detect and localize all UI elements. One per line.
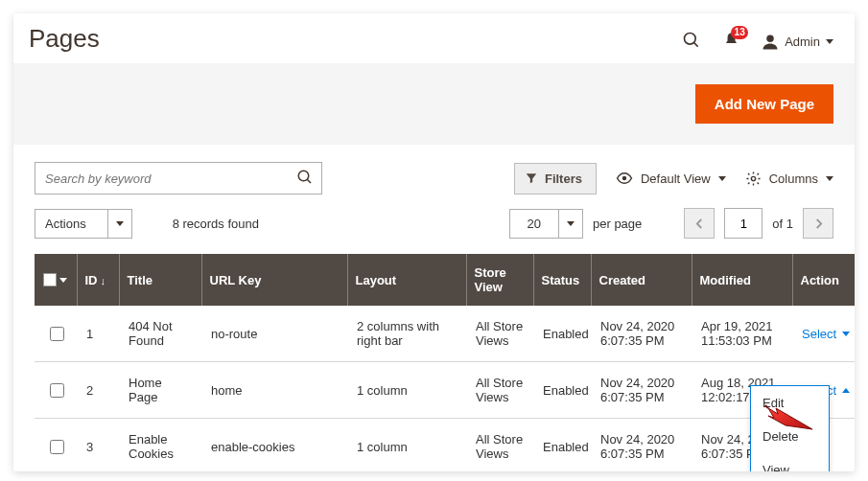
table-row: 1404 Not Foundno-route2 columns with rig… [35, 306, 855, 362]
chevron-down-icon [718, 176, 726, 181]
chevron-down-icon [116, 221, 124, 226]
cell-id: 2 [77, 362, 119, 419]
search-input[interactable] [35, 163, 289, 194]
default-view-menu[interactable]: Default View [616, 170, 726, 187]
prev-page-button[interactable] [684, 208, 715, 239]
cell-created: Nov 24, 2020 6:07:35 PM [591, 362, 692, 419]
cell-store: All Store Views [466, 362, 533, 419]
bulk-actions-arrow[interactable] [107, 209, 132, 239]
funnel-icon [525, 172, 538, 185]
col-header-checkbox[interactable] [35, 254, 77, 306]
cell-created: Nov 24, 2020 6:07:35 PM [591, 419, 692, 472]
chevron-left-icon [695, 218, 704, 230]
of-pages-label: of 1 [772, 217, 793, 231]
cell-id: 3 [77, 419, 119, 472]
cell-store: All Store Views [466, 419, 533, 472]
col-header-id[interactable]: ID↓ [77, 254, 119, 306]
svg-line-1 [694, 43, 698, 47]
svg-point-2 [766, 34, 774, 42]
add-new-page-button[interactable]: Add New Page [695, 84, 833, 124]
cell-title: Enable Cookies [119, 419, 201, 472]
chevron-down-icon [59, 278, 67, 283]
cell-layout: 1 column [347, 419, 466, 472]
row-checkbox[interactable] [50, 440, 64, 454]
cell-url: enable-cookies [201, 419, 347, 472]
chevron-right-icon [814, 218, 823, 230]
row-checkbox[interactable] [50, 383, 64, 398]
table-row: 3Enable Cookiesenable-cookies1 columnAll… [35, 419, 855, 472]
default-view-label: Default View [641, 172, 711, 186]
sort-down-icon: ↓ [101, 275, 106, 286]
col-header-action: Action [792, 254, 855, 306]
cell-status: Enabled [533, 419, 591, 472]
cell-layout: 2 columns with right bar [347, 306, 466, 362]
filters-label: Filters [545, 172, 582, 186]
cell-title: Home Page [119, 362, 201, 419]
admin-menu[interactable]: Admin [762, 34, 833, 51]
chevron-down-icon [826, 39, 833, 44]
table-row: 2Home Pagehome1 columnAll Store ViewsEna… [35, 362, 855, 419]
chevron-down-icon [567, 221, 575, 226]
svg-point-5 [622, 176, 627, 181]
search-icon[interactable] [682, 31, 701, 53]
admin-label: Admin [785, 34, 820, 49]
action-edit[interactable]: Edit [751, 386, 829, 420]
bulk-actions-label: Actions [35, 209, 107, 239]
page-size-arrow[interactable] [558, 209, 583, 239]
svg-point-3 [298, 171, 309, 181]
columns-label: Columns [769, 172, 818, 186]
eye-icon [616, 170, 633, 187]
filters-button[interactable]: Filters [514, 163, 597, 195]
notifications-icon[interactable]: 13 [722, 32, 740, 53]
col-header-status[interactable]: Status [533, 254, 591, 306]
search-submit-icon[interactable] [289, 169, 321, 189]
col-header-layout[interactable]: Layout [347, 254, 466, 306]
columns-menu[interactable]: Columns [745, 171, 833, 187]
page-size-value: 20 [509, 209, 558, 239]
cell-created: Nov 24, 2020 6:07:35 PM [591, 306, 692, 362]
current-page-input[interactable] [724, 208, 762, 239]
svg-line-4 [307, 179, 311, 183]
cell-action: Select [792, 306, 855, 362]
chevron-down-icon [842, 332, 850, 336]
cell-layout: 1 column [347, 362, 466, 419]
bulk-actions-dropdown[interactable]: Actions [35, 209, 132, 239]
next-page-button[interactable] [803, 208, 833, 239]
action-delete[interactable]: Delete [751, 420, 829, 453]
row-action-menu: Edit Delete View [750, 385, 830, 471]
page-title: Pages [29, 24, 100, 54]
col-header-modified[interactable]: Modified [692, 254, 792, 306]
cell-status: Enabled [533, 362, 591, 419]
svg-point-6 [751, 176, 755, 180]
action-view[interactable]: View [751, 453, 829, 471]
per-page-label: per page [593, 217, 642, 231]
page-size-select[interactable]: 20 [509, 209, 583, 239]
cell-id: 1 [77, 306, 119, 362]
col-header-url[interactable]: URL Key [201, 254, 347, 306]
row-select-link[interactable]: Select [802, 327, 852, 341]
chevron-up-icon [842, 388, 850, 393]
records-found-label: 8 records found [173, 217, 259, 231]
gear-icon [745, 171, 762, 187]
svg-point-0 [685, 34, 696, 45]
cell-title: 404 Not Found [119, 306, 201, 362]
row-checkbox[interactable] [50, 327, 64, 341]
col-header-store[interactable]: Store View [466, 254, 533, 306]
cell-status: Enabled [533, 306, 591, 362]
col-header-title[interactable]: Title [119, 254, 201, 306]
cell-url: no-route [201, 306, 347, 362]
chevron-down-icon [826, 176, 833, 181]
cell-store: All Store Views [466, 306, 533, 362]
cell-modified: Apr 19, 2021 11:53:03 PM [692, 306, 792, 362]
search-input-wrap[interactable] [35, 162, 322, 195]
pages-grid: ID↓ Title URL Key Layout Store View Stat… [35, 254, 855, 471]
cell-url: home [201, 362, 347, 419]
notification-badge: 13 [731, 26, 748, 39]
col-header-created[interactable]: Created [591, 254, 692, 306]
